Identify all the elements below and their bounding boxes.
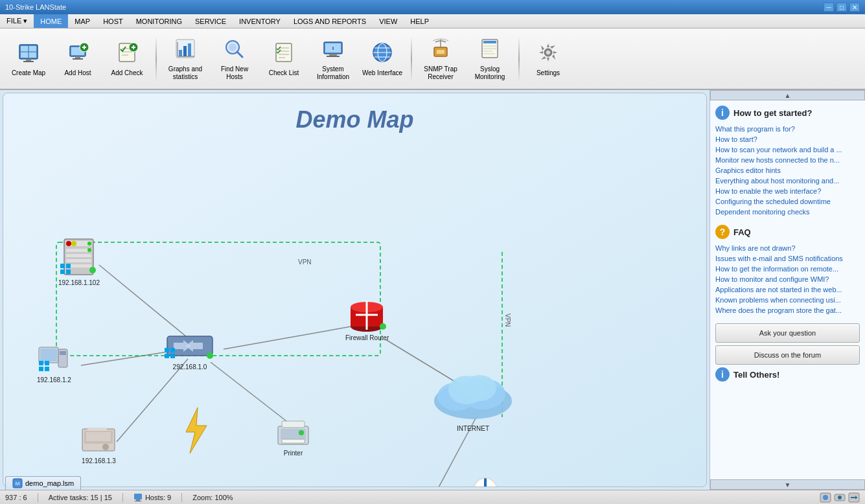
active-tasks-display: Active tasks: 15 | 15 — [49, 494, 112, 501]
find-new-hosts-button[interactable]: Find New Hosts — [211, 32, 258, 86]
svg-rect-9 — [73, 58, 83, 60]
svg-point-107 — [463, 375, 496, 401]
menu-help[interactable]: HELP — [404, 14, 435, 28]
syslog-label: Syslog Monitoring — [468, 65, 511, 81]
map-tab-icon: M — [12, 478, 23, 488]
faq-link-7[interactable]: Where does the program store the gat... — [715, 305, 860, 315]
vpn-label-right: VPN — [504, 314, 511, 327]
svg-rect-81 — [165, 348, 169, 352]
menu-host[interactable]: HOST — [97, 14, 130, 28]
add-check-button[interactable]: Add Check — [104, 32, 150, 86]
snmp-trap-button[interactable]: SNMP Trap Receiver — [417, 32, 464, 86]
svg-text:i: i — [332, 45, 334, 51]
add-host-button[interactable]: Add Host — [54, 32, 101, 86]
settings-button[interactable]: Settings — [525, 32, 571, 86]
tell-others-header: i Tell Others! — [715, 367, 860, 382]
app-title: 10-Strike LANState — [5, 3, 66, 11]
menu-view[interactable]: VIEW — [373, 14, 404, 28]
printer-node[interactable]: Printer — [275, 417, 311, 457]
monitor-icon-status — [133, 493, 143, 502]
close-button[interactable]: ✕ — [849, 3, 860, 12]
link-monitor-hosts[interactable]: Monitor new hosts connected to the n... — [715, 155, 860, 165]
windows-logo-switch — [164, 347, 176, 359]
check-list-label: Check List — [269, 69, 299, 77]
workstation1-node[interactable]: 192.168.1.2 — [37, 346, 71, 384]
firewall-node[interactable]: Firewall Router — [345, 291, 389, 341]
bottom-tab[interactable]: M demo_map.lsm — [5, 476, 81, 490]
windows-logo-server — [60, 263, 71, 275]
svg-rect-76 — [60, 269, 65, 274]
menu-file[interactable]: FILE ▾ — [0, 14, 34, 28]
svg-rect-92 — [45, 367, 49, 371]
svg-rect-111 — [282, 439, 305, 443]
menu-bar: FILE ▾ HOME MAP HOST MONITORING SERVICE … — [0, 14, 865, 29]
graphs-stats-label: Graphs and statistics — [164, 65, 207, 81]
faq-link-6[interactable]: Known problems when connecting usi... — [715, 295, 860, 305]
switch-node[interactable]: 292.168.1.0 — [164, 330, 216, 371]
svg-rect-88 — [60, 351, 66, 355]
faq-link-2[interactable]: Issues with e-mail and SMS notifications — [715, 253, 860, 264]
svg-point-112 — [299, 430, 304, 435]
web-interface-button[interactable]: Web Interface — [359, 32, 406, 86]
panel-scroll-up[interactable]: ▲ — [710, 90, 865, 100]
title-bar-controls[interactable]: ─ □ ✕ — [824, 3, 860, 12]
add-check-icon — [115, 41, 139, 67]
faq-link-3[interactable]: How to get the information on remote... — [715, 264, 860, 274]
svg-rect-91 — [39, 367, 43, 371]
faq-link-4[interactable]: How to monitor and configure WMI? — [715, 274, 860, 284]
system-info-button[interactable]: i System Information — [310, 32, 356, 86]
svg-point-66 — [66, 241, 71, 246]
menu-inventory[interactable]: INVENTORY — [233, 14, 287, 28]
status-icon-3 — [848, 492, 860, 503]
faq-link-1[interactable]: Why links are not drawn? — [715, 243, 860, 253]
internet-label: INTERNET — [457, 425, 489, 432]
server-node[interactable]: 192.168.1.102 — [58, 236, 100, 286]
svg-line-28 — [237, 52, 242, 57]
link-scheduled-downtime[interactable]: Configuring the scheduled downtime — [715, 196, 860, 207]
switch-status — [207, 352, 213, 359]
menu-map[interactable]: MAP — [68, 14, 97, 28]
link-web-interface[interactable]: How to enable the web interface? — [715, 186, 860, 196]
map-canvas[interactable]: Demo Map VPN VPN — [3, 93, 707, 487]
menu-home[interactable]: HOME — [34, 14, 68, 28]
svg-rect-22 — [183, 46, 187, 56]
link-dependent-monitoring[interactable]: Dependent monitoring checks — [715, 207, 860, 217]
syslog-button[interactable]: Syslog Monitoring — [467, 32, 513, 86]
panel-scroll-down[interactable]: ▼ — [710, 479, 865, 490]
tab-label: demo_map.lsm — [25, 479, 74, 487]
right-panel-scroll[interactable]: i How to get started? What this program … — [710, 100, 865, 479]
internet-node: INTERNET — [431, 365, 515, 432]
svg-rect-45 — [437, 50, 444, 54]
menu-monitoring[interactable]: MONITORING — [130, 14, 189, 28]
svg-rect-90 — [45, 361, 49, 365]
minimize-button[interactable]: ─ — [824, 3, 834, 12]
svg-rect-97 — [87, 428, 107, 431]
create-map-icon — [17, 41, 40, 67]
menu-service[interactable]: SERVICE — [189, 14, 233, 28]
create-map-button[interactable]: Create Map — [5, 32, 52, 86]
link-what-for[interactable]: What this program is for? — [715, 124, 860, 134]
check-list-button[interactable]: Check List — [260, 32, 307, 86]
link-graphics-editor[interactable]: Graphics editor hints — [715, 165, 860, 176]
toolbar: Create Map Add Host — [0, 29, 865, 90]
toolbar-sep-2 — [411, 36, 412, 82]
svg-rect-70 — [66, 259, 91, 262]
svg-rect-82 — [170, 348, 175, 352]
workstation2-node[interactable]: 192.168.1.3 — [81, 424, 117, 464]
status-icon-1 — [820, 492, 831, 503]
svg-rect-74 — [60, 264, 65, 268]
faq-link-5[interactable]: Applications are not started in the web.… — [715, 284, 860, 295]
forum-button[interactable]: Discuss on the forum — [715, 345, 860, 365]
server-label: 192.168.1.102 — [58, 279, 100, 286]
menu-logs[interactable]: LOGS AND REPORTS — [287, 14, 373, 28]
ask-question-button[interactable]: Ask your question — [715, 323, 860, 343]
link-how-start[interactable]: How to start? — [715, 134, 860, 144]
toolbar-sep-3 — [518, 36, 520, 82]
link-host-monitoring[interactable]: Everything about host monitoring and... — [715, 176, 860, 186]
graphs-stats-button[interactable]: Graphs and statistics — [162, 32, 209, 86]
workstation1-label: 192.168.1.2 — [37, 376, 71, 384]
maximize-button[interactable]: □ — [836, 3, 847, 12]
link-scan-network[interactable]: How to scan your network and build a ... — [715, 144, 860, 155]
status-bar: 937 : 6 Active tasks: 15 | 15 Hosts: 9 Z… — [0, 490, 865, 504]
status-sep-2 — [122, 493, 123, 502]
